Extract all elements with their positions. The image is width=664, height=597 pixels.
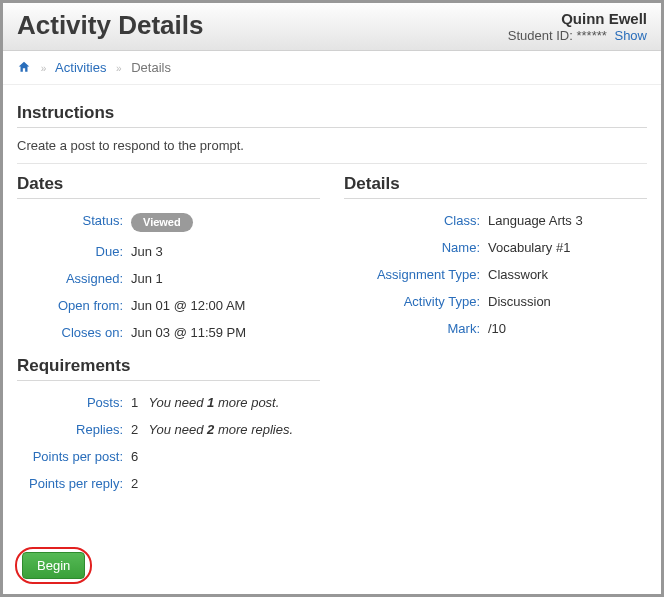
- activity-type-value: Discussion: [484, 288, 647, 315]
- assigned-value: Jun 1: [127, 265, 320, 292]
- row-posts: Posts: 1 You need 1 more post.: [17, 389, 320, 416]
- dates-table: Status: Viewed Due: Jun 3 Assigned: Jun …: [17, 207, 320, 346]
- posts-need: You need 1 more post.: [145, 389, 320, 416]
- ppr-label: Points per reply:: [17, 470, 127, 497]
- row-assignment-type: Assignment Type: Classwork: [344, 261, 647, 288]
- instructions-text: Create a post to respond to the prompt.: [17, 136, 647, 164]
- row-status: Status: Viewed: [17, 207, 320, 238]
- name-label: Name:: [344, 234, 484, 261]
- ppp-label: Points per post:: [17, 443, 127, 470]
- page-title: Activity Details: [17, 10, 203, 41]
- ppp-value: 6: [127, 443, 145, 470]
- replies-need: You need 2 more replies.: [145, 416, 320, 443]
- home-icon[interactable]: [17, 60, 35, 75]
- breadcrumb-activities[interactable]: Activities: [55, 60, 106, 75]
- requirements-heading: Requirements: [17, 356, 320, 381]
- row-activity-type: Activity Type: Discussion: [344, 288, 647, 315]
- activity-type-label: Activity Type:: [344, 288, 484, 315]
- requirements-table: Posts: 1 You need 1 more post. Replies: …: [17, 389, 320, 497]
- row-replies: Replies: 2 You need 2 more replies.: [17, 416, 320, 443]
- student-id-label: Student ID:: [508, 28, 573, 43]
- name-value: Vocabulary #1: [484, 234, 647, 261]
- replies-need-pre: You need: [149, 422, 208, 437]
- row-assigned: Assigned: Jun 1: [17, 265, 320, 292]
- dates-column: Dates Status: Viewed Due: Jun 3 Assigned…: [17, 164, 320, 497]
- header: Activity Details Quinn Ewell Student ID:…: [3, 3, 661, 51]
- row-ppp: Points per post: 6: [17, 443, 320, 470]
- row-name: Name: Vocabulary #1: [344, 234, 647, 261]
- closes-value: Jun 03 @ 11:59 PM: [127, 319, 320, 346]
- two-column-layout: Dates Status: Viewed Due: Jun 3 Assigned…: [17, 164, 647, 497]
- begin-ring: Begin: [15, 547, 92, 584]
- assigned-label: Assigned:: [17, 265, 127, 292]
- student-id-row: Student ID: ****** Show: [508, 28, 647, 44]
- user-block: Quinn Ewell Student ID: ****** Show: [508, 10, 647, 44]
- posts-value: 1: [127, 389, 145, 416]
- begin-button[interactable]: Begin: [22, 552, 85, 579]
- class-value: Language Arts 3: [484, 207, 647, 234]
- replies-need-post: more replies.: [214, 422, 293, 437]
- posts-label: Posts:: [17, 389, 127, 416]
- user-name: Quinn Ewell: [508, 10, 647, 28]
- posts-need-pre: You need: [149, 395, 208, 410]
- open-value: Jun 01 @ 12:00 AM: [127, 292, 320, 319]
- details-column: Details Class: Language Arts 3 Name: Voc…: [344, 164, 647, 497]
- dates-heading: Dates: [17, 174, 320, 199]
- status-badge: Viewed: [131, 213, 193, 232]
- row-open: Open from: Jun 01 @ 12:00 AM: [17, 292, 320, 319]
- breadcrumb: » Activities » Details: [3, 51, 661, 85]
- row-closes: Closes on: Jun 03 @ 11:59 PM: [17, 319, 320, 346]
- row-class: Class: Language Arts 3: [344, 207, 647, 234]
- ppr-value: 2: [127, 470, 145, 497]
- closes-label: Closes on:: [17, 319, 127, 346]
- breadcrumb-separator: »: [41, 63, 47, 74]
- due-value: Jun 3: [127, 238, 320, 265]
- row-mark: Mark: /10: [344, 315, 647, 342]
- details-heading: Details: [344, 174, 647, 199]
- content: Instructions Create a post to respond to…: [3, 85, 661, 511]
- replies-label: Replies:: [17, 416, 127, 443]
- row-ppr: Points per reply: 2: [17, 470, 320, 497]
- breadcrumb-separator: »: [116, 63, 122, 74]
- status-label: Status:: [17, 207, 127, 238]
- instructions-heading: Instructions: [17, 103, 647, 128]
- mark-value: /10: [484, 315, 647, 342]
- show-student-id-link[interactable]: Show: [614, 28, 647, 43]
- replies-value: 2: [127, 416, 145, 443]
- details-table: Class: Language Arts 3 Name: Vocabulary …: [344, 207, 647, 342]
- status-value-cell: Viewed: [127, 207, 320, 238]
- assignment-type-value: Classwork: [484, 261, 647, 288]
- app-frame: Activity Details Quinn Ewell Student ID:…: [0, 0, 664, 597]
- posts-need-post: more post.: [214, 395, 279, 410]
- class-label: Class:: [344, 207, 484, 234]
- open-label: Open from:: [17, 292, 127, 319]
- student-id-value: ******: [576, 28, 606, 43]
- assignment-type-label: Assignment Type:: [344, 261, 484, 288]
- due-label: Due:: [17, 238, 127, 265]
- row-due: Due: Jun 3: [17, 238, 320, 265]
- mark-label: Mark:: [344, 315, 484, 342]
- breadcrumb-current: Details: [131, 60, 171, 75]
- begin-highlight: Begin: [15, 547, 92, 584]
